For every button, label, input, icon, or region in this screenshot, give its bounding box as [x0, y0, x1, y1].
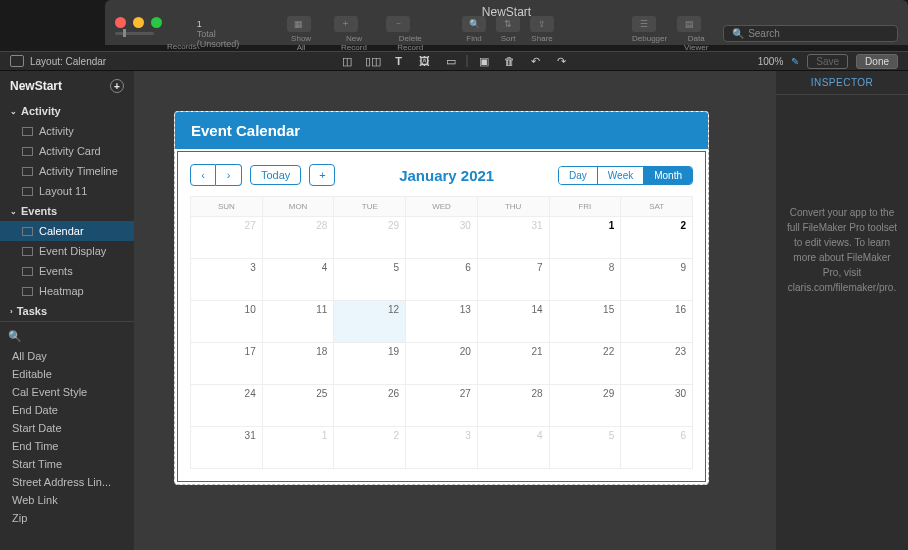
- calendar-day-cell[interactable]: 22: [549, 343, 621, 385]
- calendar-day-cell[interactable]: 3: [191, 259, 263, 301]
- sidebar-item-calendar[interactable]: Calendar: [0, 221, 134, 241]
- calendar-day-cell[interactable]: 11: [262, 301, 334, 343]
- calendar-day-cell[interactable]: 27: [406, 385, 478, 427]
- calendar-day-cell[interactable]: 9: [621, 259, 693, 301]
- save-button[interactable]: Save: [807, 54, 848, 69]
- field-item[interactable]: Start Time: [0, 455, 134, 473]
- add-layout-button[interactable]: +: [110, 79, 124, 93]
- calendar-day-cell[interactable]: 31: [191, 427, 263, 469]
- done-button[interactable]: Done: [856, 54, 898, 69]
- tool-redo[interactable]: ↷: [552, 54, 572, 68]
- calendar-day-cell[interactable]: 28: [477, 385, 549, 427]
- calendar-day-cell[interactable]: 2: [334, 427, 406, 469]
- calendar-day-cell[interactable]: 18: [262, 343, 334, 385]
- field-item[interactable]: Street Address Lin...: [0, 473, 134, 491]
- sidebar-item-activity-card[interactable]: Activity Card: [0, 141, 134, 161]
- sidebar-item-event-display[interactable]: Event Display: [0, 241, 134, 261]
- calendar-day-cell[interactable]: 26: [334, 385, 406, 427]
- sidebar-item-activity-timeline[interactable]: Activity Timeline: [0, 161, 134, 181]
- find-button[interactable]: 🔍: [462, 16, 486, 32]
- calendar-day-cell[interactable]: 25: [262, 385, 334, 427]
- calendar-day-cell[interactable]: 5: [334, 259, 406, 301]
- field-item[interactable]: Cal Event Style: [0, 383, 134, 401]
- calendar-day-cell[interactable]: 27: [191, 217, 263, 259]
- calendar-day-cell[interactable]: 5: [549, 427, 621, 469]
- sidebar-item-activity[interactable]: Activity: [0, 121, 134, 141]
- view-month-button[interactable]: Month: [643, 167, 692, 184]
- layout-bar: Layout: Calendar ◫ ▯◫ T 🖼 ▭ ▣ 🗑 ↶ ↷ 100%…: [0, 51, 908, 71]
- tool-media[interactable]: 🖼: [415, 54, 435, 68]
- calendar-day-cell[interactable]: 31: [477, 217, 549, 259]
- calendar-day-cell[interactable]: 28: [262, 217, 334, 259]
- tool-panel-right[interactable]: ▯◫: [363, 54, 383, 68]
- layout-icon: [22, 127, 33, 136]
- field-item[interactable]: Start Date: [0, 419, 134, 437]
- field-item[interactable]: Web Link: [0, 491, 134, 509]
- tool-undo[interactable]: ↶: [526, 54, 546, 68]
- calendar-day-cell[interactable]: 15: [549, 301, 621, 343]
- record-slider[interactable]: [115, 32, 154, 35]
- view-week-button[interactable]: Week: [597, 167, 643, 184]
- tool-button[interactable]: ▭: [441, 54, 461, 68]
- calendar-day-cell[interactable]: 7: [477, 259, 549, 301]
- sidebar-item-heatmap[interactable]: Heatmap: [0, 281, 134, 301]
- view-day-button[interactable]: Day: [559, 167, 597, 184]
- calendar-day-cell[interactable]: 10: [191, 301, 263, 343]
- sort-button[interactable]: ⇅: [496, 16, 520, 32]
- next-button[interactable]: ›: [216, 164, 242, 186]
- calendar-day-cell[interactable]: 4: [262, 259, 334, 301]
- calendar-day-cell[interactable]: 29: [334, 217, 406, 259]
- calendar-day-cell[interactable]: 30: [621, 385, 693, 427]
- tool-text[interactable]: T: [389, 54, 409, 68]
- calendar-day-cell[interactable]: 23: [621, 343, 693, 385]
- calendar-day-cell[interactable]: 16: [621, 301, 693, 343]
- field-search-icon: 🔍: [8, 330, 22, 343]
- calendar-day-cell[interactable]: 8: [549, 259, 621, 301]
- tool-delete[interactable]: 🗑: [500, 54, 520, 68]
- weekday-header: TUE: [334, 197, 406, 217]
- calendar-day-cell[interactable]: 3: [406, 427, 478, 469]
- tool-fill[interactable]: ▣: [474, 54, 494, 68]
- tool-panel-left[interactable]: ◫: [337, 54, 357, 68]
- sidebar-section-events[interactable]: ⌄Events: [0, 201, 134, 221]
- toolbar-search[interactable]: 🔍 Search: [723, 25, 898, 42]
- calendar-day-cell[interactable]: 29: [549, 385, 621, 427]
- sidebar-section-tasks[interactable]: ›Tasks: [0, 301, 134, 321]
- calendar-day-cell[interactable]: 12: [334, 301, 406, 343]
- calendar-day-cell[interactable]: 14: [477, 301, 549, 343]
- field-item[interactable]: End Date: [0, 401, 134, 419]
- format-painter-icon[interactable]: ✎: [791, 56, 799, 67]
- calendar-day-cell[interactable]: 19: [334, 343, 406, 385]
- calendar-day-cell[interactable]: 17: [191, 343, 263, 385]
- data-viewer-button[interactable]: ▤: [677, 16, 701, 32]
- calendar-day-cell[interactable]: 1: [549, 217, 621, 259]
- calendar-day-cell[interactable]: 20: [406, 343, 478, 385]
- calendar-day-cell[interactable]: 2: [621, 217, 693, 259]
- calendar-day-cell[interactable]: 21: [477, 343, 549, 385]
- calendar-day-cell[interactable]: 30: [406, 217, 478, 259]
- sidebar-item-events[interactable]: Events: [0, 261, 134, 281]
- delete-record-button[interactable]: －: [386, 16, 410, 32]
- field-item[interactable]: Zip: [0, 509, 134, 527]
- new-record-button[interactable]: ＋: [334, 16, 358, 32]
- calendar-day-cell[interactable]: 1: [262, 427, 334, 469]
- prev-button[interactable]: ‹: [190, 164, 216, 186]
- calendar-day-cell[interactable]: 6: [621, 427, 693, 469]
- calendar-day-cell[interactable]: 24: [191, 385, 263, 427]
- share-button[interactable]: ⇪: [530, 16, 554, 32]
- show-all-button[interactable]: ▦: [287, 16, 311, 32]
- field-item[interactable]: Editable: [0, 365, 134, 383]
- sidebar-item-layout-11[interactable]: Layout 11: [0, 181, 134, 201]
- debugger-button[interactable]: ☰: [632, 16, 656, 32]
- calendar-object[interactable]: Event Calendar ‹ › Today + January 2021 …: [174, 111, 709, 485]
- field-item[interactable]: End Time: [0, 437, 134, 455]
- today-button[interactable]: Today: [250, 165, 301, 185]
- field-item[interactable]: All Day: [0, 347, 134, 365]
- field-search-input[interactable]: [28, 331, 134, 342]
- calendar-day-cell[interactable]: 13: [406, 301, 478, 343]
- zoom-level[interactable]: 100%: [758, 56, 784, 67]
- sidebar-section-activity[interactable]: ⌄Activity: [0, 101, 134, 121]
- add-event-button[interactable]: +: [309, 164, 335, 186]
- calendar-day-cell[interactable]: 6: [406, 259, 478, 301]
- calendar-day-cell[interactable]: 4: [477, 427, 549, 469]
